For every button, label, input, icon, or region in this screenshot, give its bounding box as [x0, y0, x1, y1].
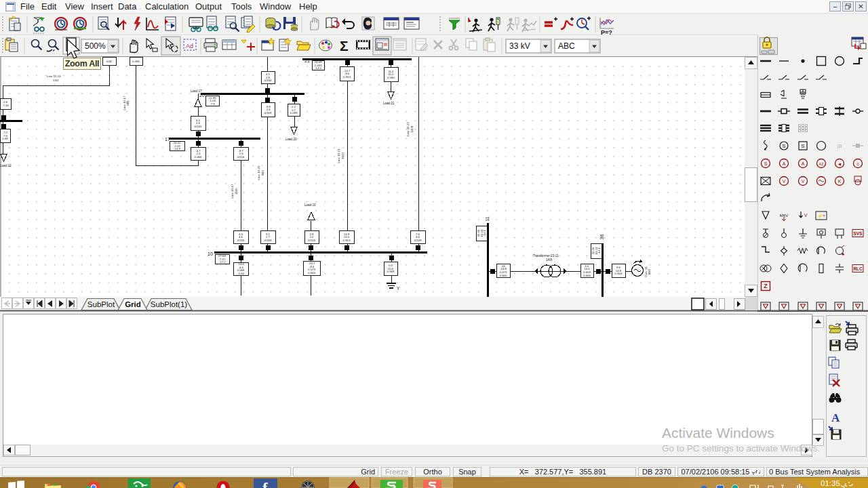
svg-text:11: 11 — [485, 216, 490, 221]
svg-text:21: 21 — [304, 58, 310, 63]
svg-text:V: V — [783, 179, 786, 184]
svg-text:M§V: M§V — [780, 213, 789, 218]
svg-text:A: A — [802, 161, 805, 166]
svg-text:68/2: 68/2 — [648, 268, 651, 274]
svg-text:500%: 500% — [85, 41, 106, 51]
svg-text:Load 20: Load 20 — [285, 138, 297, 141]
svg-text:0/169: 0/169 — [264, 111, 272, 115]
svg-text:S: S — [801, 143, 804, 149]
svg-text:A: A — [783, 161, 786, 166]
svg-text:S: S — [764, 161, 768, 166]
svg-text:10: 10 — [208, 251, 213, 256]
svg-text:0/134: 0/134 — [264, 79, 272, 82]
svg-text:-14.9: -14.9 — [174, 147, 180, 150]
svg-text:01:35: 01:35 — [821, 479, 840, 487]
svg-text:SubPlot: SubPlot — [87, 300, 115, 308]
svg-text:Load 12: Load 12 — [0, 164, 12, 167]
svg-text:3013: 3013 — [341, 152, 344, 159]
svg-text:Grid: Grid — [125, 300, 141, 308]
svg-text:0.604: 0.604 — [615, 272, 623, 275]
svg-text:0.066: 0.066 — [132, 60, 140, 63]
svg-text:0/114: 0/114 — [237, 155, 245, 159]
svg-text:0.600: 0.600 — [500, 274, 507, 277]
svg-text:Load 21: Load 21 — [383, 102, 395, 105]
svg-text:33 kV: 33 kV — [509, 41, 530, 51]
svg-text:Transformer 23-11: Transformer 23-11 — [533, 254, 559, 258]
svg-text:⏱: ⏱ — [856, 162, 859, 166]
svg-text:0/149: 0/149 — [414, 239, 422, 242]
svg-text:0/116: 0/116 — [237, 239, 245, 242]
svg-text:0.580: 0.580 — [387, 76, 395, 79]
svg-text:|B: |B — [837, 143, 842, 149]
svg-text:RLC: RLC — [853, 266, 863, 271]
svg-text:881: 881 — [126, 100, 130, 106]
svg-text:0.69: 0.69 — [2, 137, 8, 140]
svg-text:K: K — [838, 179, 842, 184]
svg-text:SVS: SVS — [854, 231, 863, 236]
svg-text:17: 17 — [165, 137, 170, 142]
svg-text:893: 893 — [261, 170, 264, 176]
svg-text:-17.2: -17.2 — [219, 260, 226, 264]
svg-text:14/8: 14/8 — [546, 258, 552, 262]
svg-text:-14.1: -14.1 — [597, 247, 601, 253]
svg-text:Y: Y — [397, 286, 400, 291]
svg-text:S: S — [782, 143, 785, 149]
svg-text:0/103: 0/103 — [308, 239, 315, 242]
svg-text:V: V — [804, 213, 808, 218]
svg-text:Load 10: Load 10 — [304, 203, 316, 207]
svg-text:SubPlot(1): SubPlot(1) — [151, 300, 188, 308]
svg-text:1105: 1105 — [235, 188, 238, 195]
svg-text:ABC: ABC — [558, 41, 575, 51]
svg-text:0.066: 0.066 — [195, 155, 202, 159]
svg-text:-7.9: -7.9 — [210, 102, 215, 106]
svg-text:Ad: Ad — [186, 43, 193, 49]
svg-text:0.949: 0.949 — [387, 270, 395, 273]
svg-text:⚡?: ⚡? — [818, 214, 825, 219]
svg-text:36: 36 — [599, 235, 604, 240]
svg-text:0.913: 0.913 — [343, 75, 351, 79]
svg-text:Z: Z — [764, 283, 768, 289]
svg-text:20: 20 — [199, 93, 205, 98]
svg-text:A: A — [831, 411, 840, 424]
svg-text:-14.1: -14.1 — [483, 229, 486, 236]
svg-text:-14.0: -14.0 — [315, 66, 321, 70]
svg-text:0.913: 0.913 — [343, 239, 351, 242]
svg-text:0.000: 0.000 — [308, 271, 315, 274]
svg-text:-1.00: -1.00 — [237, 272, 244, 275]
svg-text:0/42: 0/42 — [106, 60, 113, 63]
svg-text:f: f — [262, 479, 268, 488]
svg-text:Line 12-15: Line 12-15 — [47, 75, 61, 78]
svg-text:-7.30: -7.30 — [2, 104, 9, 107]
svg-text:0.099: 0.099 — [290, 111, 298, 115]
svg-text:0/140: 0/140 — [195, 125, 202, 128]
svg-text:Σ: Σ — [340, 38, 349, 54]
svg-text:13/2: 13/2 — [53, 79, 59, 82]
svg-text:1478: 1478 — [410, 125, 414, 132]
svg-text:0/169: 0/169 — [264, 239, 272, 242]
svg-text:V: V — [802, 179, 805, 184]
svg-text:0.600: 0.600 — [583, 274, 591, 277]
svg-text:AZ: AZ — [819, 162, 825, 166]
svg-text:P=?: P=? — [601, 29, 612, 35]
